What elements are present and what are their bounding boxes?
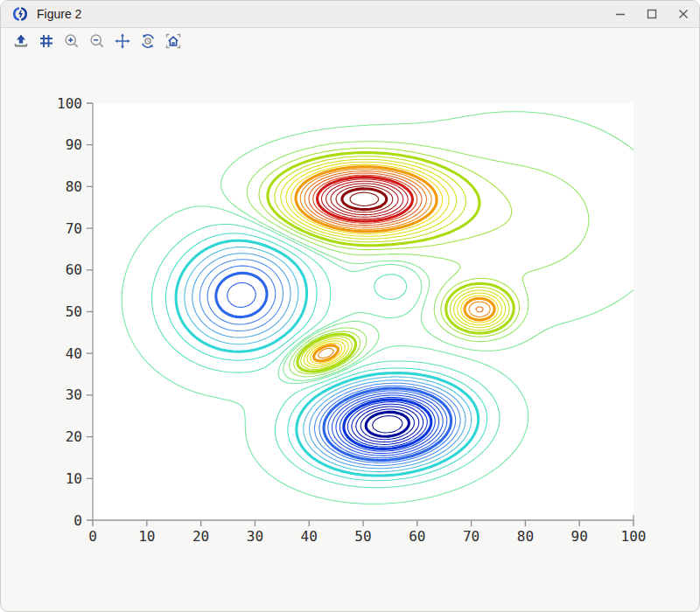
close-button[interactable] [668,1,699,27]
x-tick-label: 50 [354,528,371,545]
y-tick-label: 20 [66,428,82,445]
maximize-button[interactable] [636,1,668,27]
y-tick-label: 30 [66,386,82,403]
plot-toolbar [1,28,699,54]
close-icon [677,8,690,20]
app-logo-icon [12,6,28,22]
pan-icon [114,32,131,50]
y-tick-label: 10 [66,470,82,487]
minimize-button[interactable] [605,1,636,27]
x-tick-label: 80 [517,528,534,545]
title-bar[interactable]: Figure 2 [1,1,699,28]
x-tick-label: 60 [409,528,425,545]
maximize-icon [646,8,658,20]
window-title: Figure 2 [37,7,81,21]
save-export-icon [12,32,30,50]
y-tick-label: 50 [66,303,82,320]
grid-icon [38,32,55,50]
home-icon [164,32,182,50]
contour-plot[interactable]: 0102030405060708090100010203040506070809… [1,53,700,612]
x-tick-label: 70 [463,528,480,545]
y-tick-label: 70 [66,220,82,237]
zoom-out-button[interactable] [84,30,109,52]
zoom-in-icon [63,32,80,50]
home-button[interactable] [160,30,186,52]
y-tick-label: 60 [66,261,82,278]
x-tick-label: 40 [301,528,318,545]
y-tick-label: 80 [66,178,82,195]
zoom-out-icon [88,32,106,50]
x-tick-label: 10 [138,528,155,545]
x-tick-label: 30 [247,528,263,545]
minimize-icon [614,8,626,20]
pan-button[interactable] [109,30,135,52]
y-tick-label: 0 [74,512,82,529]
y-tick-label: 40 [66,345,82,362]
y-tick-label: 100 [57,95,82,112]
plot-canvas[interactable]: 0102030405060708090100010203040506070809… [1,53,700,612]
x-tick-label: 90 [571,528,588,545]
figure-window: Figure 2 [0,0,700,612]
rotate-button[interactable] [135,30,160,52]
zoom-in-button[interactable] [59,30,84,52]
y-tick-label: 90 [66,136,82,153]
save-button[interactable] [8,30,33,52]
x-tick-label: 0 [88,528,97,545]
x-tick-label: 20 [192,528,209,545]
x-tick-label: 100 [621,528,647,545]
grid-button[interactable] [33,30,59,52]
rotate-icon [139,32,157,50]
